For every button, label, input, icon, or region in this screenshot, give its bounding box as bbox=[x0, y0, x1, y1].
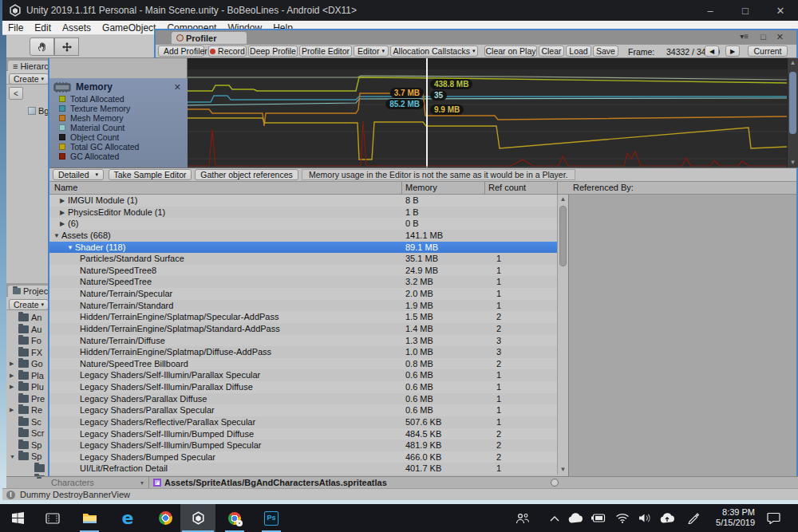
table-row[interactable]: Legacy Shaders/Self-Illumin/Bumped Specu… bbox=[49, 439, 557, 451]
table-row[interactable]: Nature/SpeedTree3.2 MB1 bbox=[49, 276, 557, 288]
table-row[interactable]: Nature/SpeedTree Billboard0.8 MB2 bbox=[49, 358, 557, 370]
people-button[interactable] bbox=[512, 504, 533, 532]
legend-item-total-gc-allocated[interactable]: Total GC Allocated bbox=[49, 142, 188, 152]
load-button[interactable]: Load bbox=[566, 45, 591, 57]
menu-item-gameobject[interactable]: GameObject bbox=[97, 22, 161, 33]
clear-button[interactable]: Clear bbox=[539, 45, 564, 57]
table-row[interactable]: Legacy Shaders/Parallax Specular0.6 MB1 bbox=[49, 404, 557, 416]
deep-profile-button[interactable]: Deep Profile bbox=[248, 45, 298, 57]
legend-item-material-count[interactable]: Material Count bbox=[49, 123, 188, 132]
window-titlebar[interactable]: Unity 2019.1.1f1 Personal - Main Scene.u… bbox=[2, 0, 798, 21]
project-folder-item[interactable] bbox=[6, 463, 49, 475]
table-row[interactable]: Hidden/TerrainEngine/Splatmap/Diffuse-Ad… bbox=[49, 346, 557, 358]
project-folder-item[interactable]: Au bbox=[6, 324, 49, 336]
project-folder-item[interactable]: ▶Pla bbox=[6, 370, 49, 382]
zoom-slider-knob[interactable] bbox=[551, 479, 559, 487]
legend-item-texture-memory[interactable]: Texture Memory bbox=[49, 104, 188, 113]
table-row[interactable]: ▼Assets (668)141.1 MB bbox=[49, 230, 557, 242]
record-button[interactable]: Record bbox=[208, 45, 247, 57]
maximize-icon[interactable]: □ bbox=[728, 5, 763, 17]
table-row[interactable]: ▶(6)0 B bbox=[49, 218, 557, 230]
table-row[interactable]: Hidden/TerrainEngine/Splatmap/Standard-A… bbox=[49, 323, 557, 335]
pane-maximize-icon[interactable]: □ bbox=[760, 32, 766, 41]
prev-frame-button[interactable]: ◀ bbox=[705, 45, 719, 57]
scroll-down-icon[interactable]: ▼ bbox=[558, 465, 568, 475]
chart-scrollbar-thumb[interactable] bbox=[789, 72, 796, 134]
hierarchy-create-button[interactable]: Create▾ bbox=[9, 73, 49, 85]
pen-button[interactable] bbox=[682, 504, 703, 532]
table-row[interactable]: Nature/Terrain/Diffuse1.3 MB3 bbox=[49, 335, 557, 347]
table-row[interactable]: Legacy Shaders/Self-Illumin/Parallax Dif… bbox=[49, 381, 557, 393]
project-create-button[interactable]: Create▾ bbox=[9, 299, 49, 310]
legend-item-mesh-memory[interactable]: Mesh Memory bbox=[49, 113, 188, 123]
expand-icon[interactable]: ▶ bbox=[60, 195, 65, 207]
project-folder-item[interactable]: Fo bbox=[6, 335, 49, 347]
status-bar[interactable]: ! Dummy DestroyBannerView bbox=[2, 488, 798, 500]
table-row[interactable]: UI/Lit/Refraction Detail401.7 KB1 bbox=[49, 463, 557, 475]
allocation-callstacks-dropdown[interactable]: Allocation Callstacks▾ bbox=[390, 45, 478, 57]
table-row[interactable]: Nature/Terrain/Specular2.0 MB1 bbox=[49, 288, 557, 300]
project-folder-item[interactable]: ▼Sp bbox=[6, 451, 49, 463]
memory-chart[interactable]: 438.8 MB359.9 MB3.7 MB85.2 MB bbox=[188, 58, 787, 167]
expand-icon[interactable]: ▶ bbox=[60, 218, 65, 230]
table-scrollbar-thumb[interactable] bbox=[559, 206, 567, 266]
column-header-name[interactable]: Name bbox=[54, 183, 77, 192]
project-folder-item[interactable]: Sc bbox=[6, 416, 49, 428]
gather-references-toggle[interactable]: Gather object references bbox=[195, 169, 298, 180]
volume-button[interactable] bbox=[634, 504, 655, 532]
hierarchy-back-button[interactable]: < bbox=[9, 87, 23, 100]
scroll-down-icon[interactable]: ▼ bbox=[788, 158, 798, 167]
move-tool-button[interactable] bbox=[54, 37, 79, 56]
project-folder-item[interactable]: FX bbox=[6, 347, 49, 359]
wifi-button[interactable] bbox=[612, 504, 633, 532]
scroll-up-icon[interactable]: ▲ bbox=[788, 58, 798, 68]
project-folder-item[interactable]: Sp bbox=[6, 439, 49, 451]
collapse-icon[interactable]: ▼ bbox=[67, 242, 73, 254]
current-frame-button[interactable]: Current bbox=[748, 45, 788, 57]
table-row[interactable]: Legacy Shaders/Self-Illumin/Bumped Diffu… bbox=[49, 428, 557, 440]
editor-dropdown[interactable]: Editor▾ bbox=[354, 45, 389, 57]
chart-scrollbar[interactable]: ▲ ▼ bbox=[787, 58, 798, 167]
folder-arrow-icon[interactable]: ▶ bbox=[10, 372, 16, 379]
hand-tool-button[interactable] bbox=[30, 37, 54, 56]
minimize-icon[interactable]: – bbox=[693, 5, 728, 17]
close-icon[interactable]: ✕ bbox=[763, 5, 798, 17]
collapse-icon[interactable]: ▼ bbox=[53, 230, 60, 242]
expand-icon[interactable]: ▶ bbox=[60, 207, 65, 219]
hierarchy-item-bg[interactable]: Bg bbox=[28, 106, 49, 116]
unity-taskbar-button[interactable] bbox=[180, 504, 215, 532]
profile-editor-button[interactable]: Profile Editor bbox=[299, 45, 352, 57]
project-folder-item[interactable]: ▶Re bbox=[6, 404, 49, 416]
table-row[interactable]: Legacy Shaders/Self-Illumin/Parallax Spe… bbox=[49, 369, 557, 381]
selected-folder-label[interactable]: Characters bbox=[51, 478, 94, 487]
menu-item-edit[interactable]: Edit bbox=[29, 22, 57, 33]
table-row[interactable]: Nature/Terrain/Standard1.9 MB1 bbox=[49, 300, 557, 312]
cloud-upload-button[interactable] bbox=[657, 504, 678, 532]
table-row[interactable]: Legacy Shaders/Bumped Specular466.0 KB2 bbox=[49, 451, 557, 463]
onedrive-button[interactable] bbox=[565, 504, 586, 532]
chrome-tools-button[interactable] bbox=[217, 504, 252, 532]
table-row[interactable]: Hidden/TerrainEngine/Splatmap/Specular-A… bbox=[49, 311, 557, 323]
scroll-up-icon[interactable]: ▲ bbox=[558, 195, 568, 204]
pane-close-icon[interactable]: ✕ bbox=[776, 32, 784, 42]
menu-item-file[interactable]: File bbox=[2, 22, 29, 33]
folder-arrow-icon[interactable]: ▼ bbox=[10, 454, 16, 459]
folder-arrow-icon[interactable]: ▶ bbox=[10, 361, 16, 367]
table-row[interactable]: ▼Shader (118)89.1 MB bbox=[49, 242, 557, 254]
module-close-icon[interactable]: ✕ bbox=[174, 82, 181, 93]
project-folder-item[interactable]: Scr bbox=[6, 428, 49, 439]
chevron-down-icon[interactable]: ▾ bbox=[140, 479, 144, 487]
clear-on-play-button[interactable]: Clear on Play bbox=[484, 45, 537, 57]
table-row[interactable]: Legacy Shaders/Parallax Diffuse0.6 MB1 bbox=[49, 393, 557, 405]
save-button[interactable]: Save bbox=[593, 45, 618, 57]
table-row[interactable]: Legacy Shaders/Reflective/Parallax Specu… bbox=[49, 416, 557, 428]
project-folder-item[interactable]: An bbox=[6, 312, 49, 324]
column-header-refcount[interactable]: Ref count bbox=[488, 183, 526, 192]
pane-menu-icon[interactable]: ▾≡ bbox=[740, 32, 749, 41]
file-explorer-button[interactable] bbox=[72, 504, 107, 532]
table-row[interactable]: Nature/SpeedTree824.9 MB1 bbox=[49, 265, 557, 277]
table-row[interactable]: ▶IMGUI Module (1)8 B bbox=[49, 195, 557, 207]
tab-project[interactable]: Project bbox=[8, 286, 49, 298]
folder-arrow-icon[interactable]: ▶ bbox=[10, 384, 16, 390]
add-profiler-dropdown[interactable]: Add Profiler▾ bbox=[158, 45, 204, 57]
